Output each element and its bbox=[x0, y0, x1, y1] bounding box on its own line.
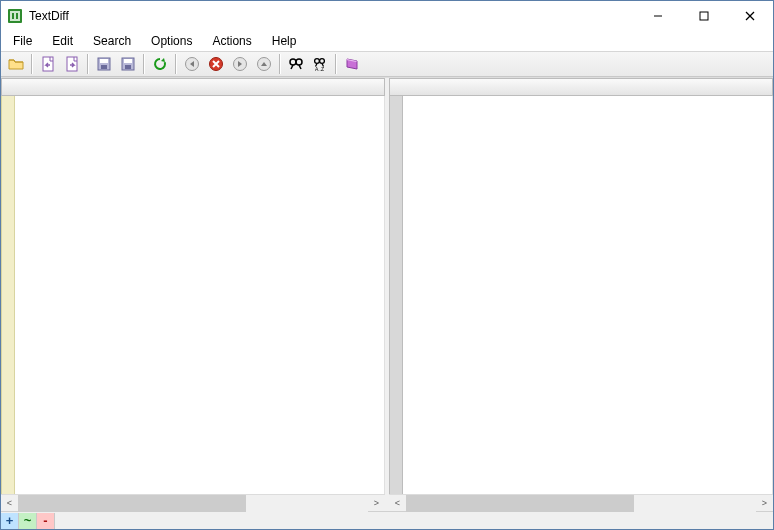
save-right-icon[interactable] bbox=[117, 53, 139, 75]
file-right-icon[interactable] bbox=[61, 53, 83, 75]
svg-point-20 bbox=[290, 59, 296, 65]
app-title: TextDiff bbox=[29, 9, 69, 23]
right-pane-header[interactable] bbox=[389, 78, 773, 96]
svg-rect-3 bbox=[16, 13, 18, 19]
up-icon[interactable] bbox=[253, 53, 275, 75]
save-left-icon[interactable] bbox=[93, 53, 115, 75]
scroll-track[interactable] bbox=[406, 495, 756, 512]
find-next-icon[interactable]: A..Z bbox=[309, 53, 331, 75]
menubar: File Edit Search Options Actions Help bbox=[1, 31, 773, 51]
svg-rect-5 bbox=[700, 12, 708, 20]
svg-rect-14 bbox=[124, 59, 132, 63]
maximize-button[interactable] bbox=[681, 1, 727, 31]
scroll-thumb[interactable] bbox=[18, 495, 246, 512]
hscroll-row: < > < > bbox=[1, 494, 773, 511]
work-area bbox=[1, 77, 773, 494]
svg-point-21 bbox=[296, 59, 302, 65]
right-hscroll[interactable]: < > bbox=[389, 494, 773, 511]
svg-rect-2 bbox=[12, 13, 14, 19]
prev-diff-icon[interactable] bbox=[181, 53, 203, 75]
menu-options[interactable]: Options bbox=[143, 33, 200, 49]
app-icon bbox=[7, 8, 23, 24]
left-pane bbox=[1, 78, 385, 494]
menu-actions[interactable]: Actions bbox=[204, 33, 259, 49]
window-controls bbox=[635, 1, 773, 31]
refresh-icon[interactable] bbox=[149, 53, 171, 75]
close-button[interactable] bbox=[727, 1, 773, 31]
svg-rect-9 bbox=[67, 57, 77, 71]
svg-rect-12 bbox=[101, 65, 107, 69]
left-pane-header[interactable] bbox=[1, 78, 385, 96]
app-window: TextDiff File Edit Search Options Action… bbox=[0, 0, 774, 530]
scroll-right-icon[interactable]: > bbox=[756, 495, 773, 512]
scroll-left-icon[interactable]: < bbox=[1, 495, 18, 512]
menu-file[interactable]: File bbox=[5, 33, 40, 49]
next-diff-icon[interactable] bbox=[229, 53, 251, 75]
menu-help[interactable]: Help bbox=[264, 33, 305, 49]
open-folder-icon[interactable] bbox=[5, 53, 27, 75]
left-hscroll[interactable]: < > bbox=[1, 494, 385, 511]
status-removed[interactable]: - bbox=[37, 513, 55, 529]
scroll-left-icon[interactable]: < bbox=[389, 495, 406, 512]
statusbar: + ~ - bbox=[1, 511, 773, 529]
find-icon[interactable] bbox=[285, 53, 307, 75]
minimize-button[interactable] bbox=[635, 1, 681, 31]
svg-point-24 bbox=[315, 59, 320, 64]
svg-line-23 bbox=[299, 65, 301, 69]
menu-edit[interactable]: Edit bbox=[44, 33, 81, 49]
titlebar: TextDiff bbox=[1, 1, 773, 31]
left-editor[interactable] bbox=[15, 96, 385, 494]
svg-rect-11 bbox=[100, 59, 108, 63]
left-gutter bbox=[1, 96, 15, 494]
svg-rect-15 bbox=[125, 65, 131, 69]
svg-text:A..Z: A..Z bbox=[315, 66, 324, 72]
svg-rect-1 bbox=[10, 11, 20, 21]
right-gutter bbox=[389, 96, 403, 494]
toolbar: A..Z bbox=[1, 51, 773, 77]
status-changed[interactable]: ~ bbox=[19, 513, 37, 529]
svg-point-25 bbox=[320, 59, 325, 64]
svg-line-22 bbox=[291, 65, 293, 69]
right-pane bbox=[389, 78, 773, 494]
scroll-right-icon[interactable]: > bbox=[368, 495, 385, 512]
svg-rect-8 bbox=[43, 57, 53, 71]
help-book-icon[interactable] bbox=[341, 53, 363, 75]
status-added[interactable]: + bbox=[1, 513, 19, 529]
right-editor[interactable] bbox=[403, 96, 773, 494]
cancel-icon[interactable] bbox=[205, 53, 227, 75]
scroll-track[interactable] bbox=[18, 495, 368, 512]
menu-search[interactable]: Search bbox=[85, 33, 139, 49]
scroll-thumb[interactable] bbox=[406, 495, 634, 512]
file-left-icon[interactable] bbox=[37, 53, 59, 75]
